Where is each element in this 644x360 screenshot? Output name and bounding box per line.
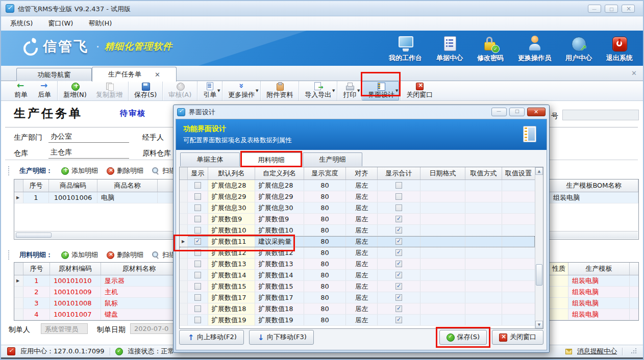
grid-cell[interactable]: 居左 — [346, 202, 378, 213]
grid-cell[interactable] — [420, 259, 465, 269]
show-checkbox[interactable] — [194, 238, 201, 245]
dialog-grid-row[interactable]: 扩展数值19 扩展数值19 80 居左 — [180, 315, 535, 326]
grid-cell[interactable]: 80 — [304, 281, 346, 292]
dialog-grid-row[interactable]: 扩展数值17 扩展数值17 80 居左 — [180, 292, 535, 303]
toolbar-button[interactable]: 后单 — [33, 81, 56, 100]
column-header[interactable]: 生产模板BOM名称 — [549, 179, 638, 192]
show-checkbox[interactable] — [194, 305, 201, 312]
resize-grip[interactable] — [630, 348, 637, 355]
toolbar-button[interactable]: 审核(A) — [162, 81, 196, 100]
show-checkbox[interactable] — [194, 249, 201, 256]
prod-add-row-button[interactable]: 添加明细 — [61, 166, 98, 175]
dialog-tab[interactable]: 生产明细 — [303, 152, 362, 166]
grid-cell[interactable] — [420, 281, 465, 292]
grid-cell[interactable] — [502, 292, 535, 303]
grid-cell[interactable] — [420, 180, 465, 191]
vertical-scrollbar[interactable] — [535, 167, 543, 328]
grid-cell[interactable]: 居左 — [346, 303, 378, 314]
sum-checkbox[interactable] — [395, 193, 402, 200]
column-header[interactable]: 对齐 — [346, 167, 378, 179]
sum-checkbox[interactable] — [395, 238, 402, 245]
grid-cell[interactable] — [420, 303, 465, 314]
column-header[interactable]: 性质 — [549, 263, 568, 275]
minimize-button[interactable] — [588, 5, 601, 13]
grid-cell[interactable] — [502, 270, 535, 280]
grid-cell[interactable] — [502, 214, 535, 224]
grid-cell[interactable] — [465, 259, 502, 269]
grid-cell[interactable] — [502, 236, 535, 247]
message-center-link[interactable]: 消息提醒中心 — [577, 347, 617, 356]
banner-action-button[interactable]: 用户中心 — [565, 36, 592, 63]
grid-cell[interactable]: 居左 — [346, 259, 378, 269]
dialog-grid-row[interactable]: 扩展信息30 扩展信息30 80 居左 — [180, 202, 535, 214]
grid-cell[interactable]: 扩展信息30 — [255, 202, 304, 213]
toolbar-button[interactable]: 打印 — [337, 81, 361, 100]
show-checkbox[interactable] — [194, 193, 201, 200]
column-header[interactable]: 商品编码 — [49, 179, 97, 192]
grid-cell[interactable] — [465, 202, 502, 213]
grid-cell[interactable] — [465, 236, 502, 247]
show-checkbox[interactable] — [194, 227, 201, 234]
warehouse-field[interactable]: 主仓库 — [48, 148, 129, 159]
dialog-grid-row[interactable]: 扩展数值14 扩展数值14 80 居左 — [180, 270, 535, 281]
move-down-button[interactable]: 向下移动(F3) — [249, 330, 314, 345]
grid-cell[interactable] — [502, 303, 535, 314]
grid-cell[interactable]: 80 — [304, 225, 346, 236]
grid-cell[interactable] — [502, 281, 535, 292]
grid-cell[interactable]: 80 — [304, 247, 346, 258]
sum-checkbox[interactable] — [395, 294, 402, 301]
sum-checkbox[interactable] — [395, 261, 402, 267]
grid-cell[interactable]: 扩展数值10 — [255, 225, 304, 236]
grid-cell[interactable]: 居左 — [346, 191, 378, 202]
sum-checkbox[interactable] — [395, 182, 402, 189]
dialog-maximize-button[interactable] — [509, 108, 525, 116]
tab-production-order[interactable]: 生产任务单 ✕ — [92, 67, 177, 82]
grid-cell[interactable]: 居左 — [346, 315, 378, 325]
maximize-button[interactable] — [605, 5, 618, 13]
show-checkbox[interactable] — [194, 294, 201, 301]
toolbar-button[interactable]: 关闭窗口 — [400, 81, 437, 100]
dropdown-arrow-icon[interactable] — [357, 89, 360, 93]
prod-delete-row-button[interactable]: 删除明细 — [106, 166, 143, 175]
column-header[interactable]: 原材料编码 — [50, 263, 101, 275]
sum-checkbox[interactable] — [395, 305, 402, 312]
dropdown-arrow-icon[interactable] — [332, 89, 335, 93]
grid-cell[interactable] — [502, 247, 535, 258]
toolbar-button[interactable]: 新增(N) — [57, 81, 91, 100]
column-header[interactable]: 取值方式 — [465, 167, 502, 179]
toolbar-button[interactable]: 导入导出 — [299, 81, 336, 100]
grid-cell[interactable] — [420, 315, 465, 325]
grid-cell[interactable] — [420, 270, 465, 280]
grid-cell[interactable]: 80 — [304, 259, 346, 269]
toolbar-button[interactable]: 附件资料 — [260, 81, 298, 100]
grid-cell[interactable] — [465, 191, 502, 202]
menu-item[interactable]: 帮助(H) — [84, 17, 116, 30]
grid-cell[interactable] — [420, 214, 465, 224]
grid-cell[interactable] — [502, 202, 535, 213]
grid-cell[interactable] — [502, 315, 535, 325]
grid-cell[interactable]: 80 — [304, 292, 346, 303]
banner-action-button[interactable]: 更换操作员 — [518, 36, 551, 63]
grid-cell[interactable]: 居左 — [346, 292, 378, 303]
material-delete-row-button[interactable]: 删除明细 — [106, 250, 143, 260]
tab-close-icon[interactable]: ✕ — [155, 71, 160, 79]
grid-cell[interactable]: 居左 — [346, 180, 378, 191]
banner-action-button[interactable]: 修改密码 — [477, 36, 504, 63]
grid-cell[interactable]: 80 — [304, 191, 346, 202]
dialog-tab[interactable]: 用料明细 — [241, 152, 301, 167]
grid-cell[interactable]: 扩展数值13 — [255, 259, 304, 269]
toolbar-button[interactable]: 界面设计 — [362, 81, 399, 100]
grid-cell[interactable]: 扩展数值18 — [255, 303, 304, 314]
tabbar-close-icon[interactable]: ✕ — [631, 69, 637, 77]
toolbar-button[interactable]: 引单 — [197, 81, 221, 100]
show-checkbox[interactable] — [194, 283, 201, 290]
save-button[interactable]: 保存(S) — [439, 330, 487, 345]
column-header[interactable]: 生产模板 — [568, 263, 630, 275]
grid-cell[interactable] — [420, 247, 465, 258]
dept-field[interactable]: 办公室 — [48, 132, 129, 143]
column-header[interactable]: 日期格式 — [420, 167, 465, 179]
toolbar-button[interactable]: 前单 — [9, 81, 33, 100]
grid-cell[interactable]: 居左 — [346, 281, 378, 292]
grid-cell[interactable] — [465, 225, 502, 236]
dialog-minimize-button[interactable] — [491, 108, 507, 116]
